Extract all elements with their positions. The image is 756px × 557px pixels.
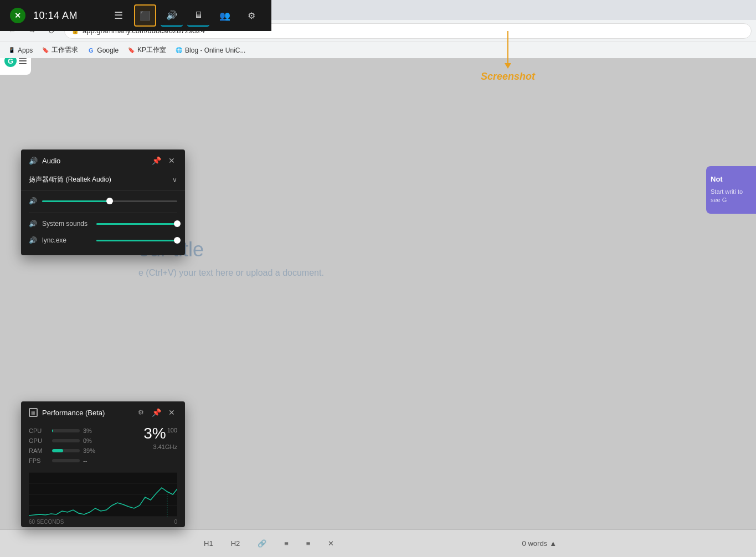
ram-bar-bg: [52, 449, 80, 452]
audio-device-row[interactable]: 扬声器/听筒 (Realtek Audio) ∨: [21, 172, 185, 190]
gpu-value: 0%: [83, 437, 92, 444]
main-volume-slider[interactable]: [42, 200, 177, 202]
doc-placeholder-text: e (Ctrl+V) your text here or upload a do…: [138, 268, 324, 277]
audio-title-text: Audio: [42, 157, 60, 165]
perf-stats: CPU 3% GPU 0% RAM 39%: [29, 426, 124, 466]
perf-max-label: 100: [167, 427, 177, 434]
perf-close-btn[interactable]: ✕: [166, 407, 177, 418]
xbox-button[interactable]: ✕: [9, 7, 27, 24]
toolbar-clear-format[interactable]: ✕: [323, 537, 338, 550]
main-volume-icon: 🔊: [29, 197, 38, 205]
system-sounds-label: System sounds: [42, 220, 92, 228]
bookmark-apps[interactable]: 📱 Apps: [4, 45, 36, 55]
audio-device-name: 扬声器/听筒 (Realtek Audio): [29, 175, 111, 184]
doc-body[interactable]: e (Ctrl+V) your text here or upload a do…: [138, 268, 756, 278]
grammarly-document: our title e (Ctrl+V) your text here or u…: [138, 238, 756, 278]
perf-panel-header: ▦ Performance (Beta) ⚙ 📌 ✕: [21, 401, 185, 424]
system-sounds-thumb[interactable]: [174, 220, 181, 227]
blog-favicon: 🌐: [175, 47, 183, 54]
bookmark-apps-label: Apps: [18, 47, 33, 54]
right-panel-title: Not: [711, 175, 752, 183]
performance-panel: ▦ Performance (Beta) ⚙ 📌 ✕ CPU 3% GPU: [21, 401, 185, 527]
taskbar-display-btn[interactable]: 🖥: [187, 4, 209, 27]
screenshot-label: Screenshot: [481, 71, 535, 82]
audio-close-btn[interactable]: ✕: [166, 155, 177, 166]
perf-chart-left-label: 60 SECONDS: [29, 519, 64, 525]
ram-bar: [52, 449, 63, 452]
bookmark-kp[interactable]: 🔖 KP工作室: [124, 44, 169, 56]
perf-big-number: 3%: [143, 426, 166, 441]
perf-panel-actions: ⚙ 📌 ✕: [135, 407, 177, 418]
toolbar-ordered-list[interactable]: ≡: [280, 537, 293, 550]
google-favicon: G: [87, 47, 95, 54]
taskbar-menu-btn[interactable]: ☰: [107, 4, 130, 27]
perf-title-text: Performance (Beta): [42, 409, 105, 417]
bookmark-google[interactable]: G Google: [84, 45, 122, 55]
grammarly-right-panel: Not Start writi to see G: [706, 166, 756, 214]
cpu-label: CPU: [29, 427, 49, 434]
toolbar-link[interactable]: 🔗: [253, 537, 271, 550]
system-sounds-fill: [96, 223, 177, 225]
gpu-stat-row: GPU 0%: [29, 436, 124, 446]
gpu-label: GPU: [29, 437, 49, 444]
taskbar-audio-btn[interactable]: 🔊: [161, 4, 183, 27]
perf-chart-right-label: 0: [174, 519, 177, 525]
lync-row: 🔊 lync.exe: [21, 232, 185, 249]
cpu-bar: [52, 429, 53, 432]
apps-favicon: 📱: [8, 47, 16, 54]
fps-value: --: [83, 457, 87, 464]
cpu-bar-bg: [52, 429, 80, 432]
perf-chart-area: [29, 472, 177, 517]
bookmark-google-label: Google: [97, 47, 119, 54]
fps-stat-row: FPS --: [29, 456, 124, 466]
lync-thumb[interactable]: [174, 237, 181, 244]
ram-stat-row: RAM 39%: [29, 446, 124, 456]
kp-favicon: 🔖: [127, 47, 135, 54]
taskbar-settings-btn[interactable]: ⚙: [240, 4, 263, 27]
toolbar-h1[interactable]: H1: [199, 537, 218, 550]
perf-chart-labels: 60 SECONDS 0: [21, 517, 185, 527]
audio-panel: 🔊 Audio 📌 ✕ 扬声器/听筒 (Realtek Audio) ∨ 🔊 🔊…: [21, 149, 185, 255]
toolbar-h2[interactable]: H2: [227, 537, 245, 550]
perf-pin-btn[interactable]: 📌: [151, 407, 162, 418]
toolbar-unordered-list[interactable]: ≡: [302, 537, 315, 550]
ram-label: RAM: [29, 447, 49, 454]
perf-settings-btn[interactable]: ⚙: [135, 407, 146, 418]
ram-value: 39%: [83, 447, 95, 454]
system-sounds-icon: 🔊: [29, 220, 38, 228]
cpu-stat-row: CPU 3%: [29, 426, 124, 436]
main-volume-fill: [42, 200, 110, 202]
perf-icon: ▦: [29, 408, 38, 417]
audio-panel-header: 🔊 Audio 📌 ✕: [21, 149, 185, 172]
work-favicon: 🔖: [42, 47, 49, 54]
gpu-bar-bg: [52, 439, 80, 442]
bookmark-blog-label: Blog - Online UniC...: [185, 47, 245, 54]
audio-panel-title: 🔊 Audio: [29, 157, 60, 165]
system-sounds-slider[interactable]: [96, 223, 177, 225]
grammarly-menu-icon: [19, 58, 27, 64]
fps-bar-bg: [52, 459, 80, 462]
bookmark-kp-label: KP工作室: [137, 45, 166, 55]
audio-icon: 🔊: [29, 157, 38, 165]
perf-chart-svg: [29, 472, 177, 517]
perf-sub-label: 3.41GHz: [153, 443, 177, 450]
fps-label: FPS: [29, 457, 49, 464]
system-sounds-row: 🔊 System sounds: [21, 215, 185, 232]
lync-slider[interactable]: [96, 240, 177, 241]
audio-pin-btn[interactable]: 📌: [151, 155, 162, 166]
word-count-arrow: ▲: [549, 539, 557, 548]
word-count: 0 words ▲: [522, 539, 557, 548]
word-count-text: 0 words: [522, 539, 548, 548]
taskbar-people-btn[interactable]: 👥: [214, 4, 236, 27]
taskbar-right: ☰ ⬛ 🔊 🖥 👥 ⚙: [107, 4, 263, 27]
taskbar-left: ✕ 10:14 AM: [9, 7, 78, 24]
doc-title[interactable]: our title: [138, 238, 756, 261]
right-panel-body: Start writi to see G: [711, 188, 752, 205]
bottom-toolbar: H1 H2 🔗 ≡ ≡ ✕ 0 words ▲: [0, 529, 756, 557]
lync-label: lync.exe: [42, 236, 92, 244]
xbox-icon: ✕: [10, 8, 25, 23]
bookmark-work[interactable]: 🔖 工作需求: [38, 44, 81, 56]
main-volume-thumb[interactable]: [106, 198, 113, 204]
taskbar-screenshot-btn[interactable]: ⬛: [134, 4, 156, 27]
bookmark-blog[interactable]: 🌐 Blog - Online UniC...: [172, 45, 249, 55]
